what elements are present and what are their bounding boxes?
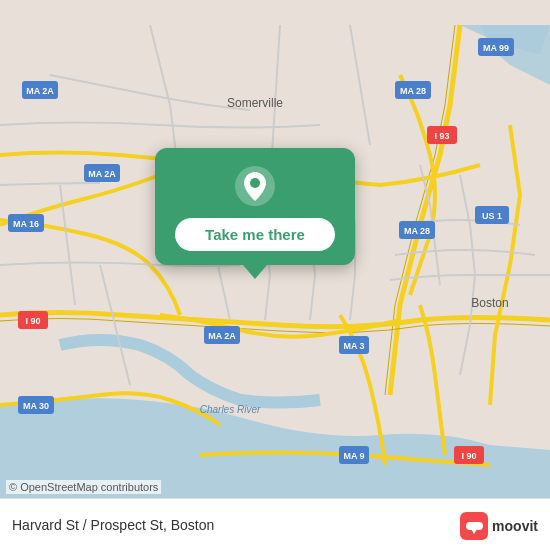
svg-point-33	[250, 178, 260, 188]
svg-text:I 90: I 90	[25, 316, 40, 326]
svg-text:Boston: Boston	[471, 296, 508, 310]
svg-text:MA 30: MA 30	[23, 401, 49, 411]
svg-text:MA 2A: MA 2A	[88, 169, 116, 179]
map-background: MA 2A MA 99 MA 28 I 93 MA 2A MA 16 US 1 …	[0, 0, 550, 550]
svg-text:MA 28: MA 28	[400, 86, 426, 96]
svg-text:MA 9: MA 9	[343, 451, 364, 461]
svg-text:I 93: I 93	[434, 131, 449, 141]
location-label: Harvard St / Prospect St, Boston	[12, 517, 214, 533]
moovit-text: moovit	[492, 518, 538, 534]
svg-text:US 1: US 1	[482, 211, 502, 221]
svg-text:MA 2A: MA 2A	[26, 86, 54, 96]
map-container: MA 2A MA 99 MA 28 I 93 MA 2A MA 16 US 1 …	[0, 0, 550, 550]
svg-text:MA 16: MA 16	[13, 219, 39, 229]
moovit-logo-icon	[460, 512, 488, 540]
svg-text:MA 28: MA 28	[404, 226, 430, 236]
take-me-there-button[interactable]: Take me there	[175, 218, 335, 251]
svg-text:MA 2A: MA 2A	[208, 331, 236, 341]
svg-text:Charles River: Charles River	[200, 404, 261, 415]
svg-text:MA 99: MA 99	[483, 43, 509, 53]
svg-text:MA 3: MA 3	[343, 341, 364, 351]
location-popup: Take me there	[155, 148, 355, 265]
map-pin-icon	[233, 164, 277, 208]
moovit-logo: moovit	[460, 512, 538, 540]
svg-text:Somerville: Somerville	[227, 96, 283, 110]
map-attribution: © OpenStreetMap contributors	[6, 480, 161, 494]
svg-text:I 90: I 90	[461, 451, 476, 461]
bottom-bar: Harvard St / Prospect St, Boston moovit	[0, 498, 550, 550]
svg-rect-37	[470, 522, 479, 530]
